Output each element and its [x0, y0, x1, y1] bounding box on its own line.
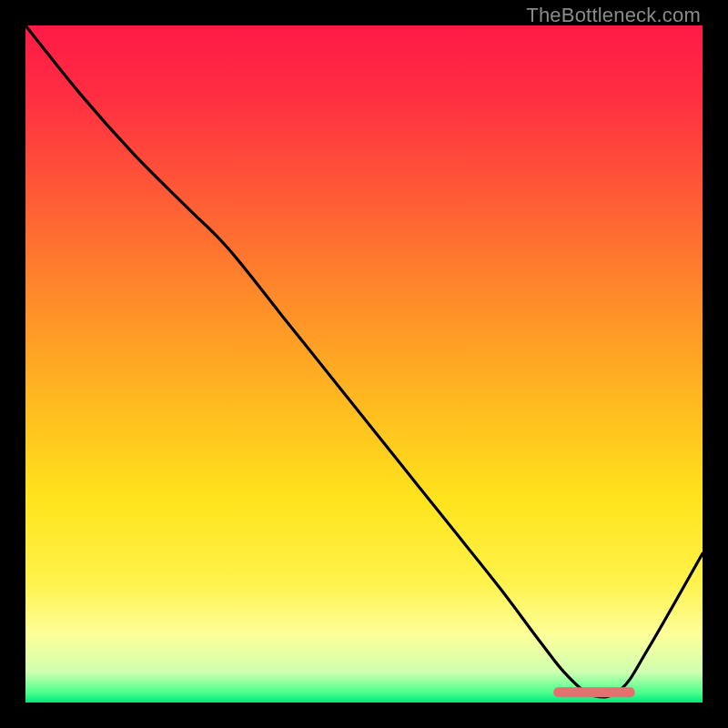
optimal-range-marker — [553, 687, 634, 697]
chart-frame — [25, 25, 703, 703]
bottleneck-chart — [25, 25, 703, 703]
gradient-background — [25, 25, 703, 703]
watermark-text: TheBottleneck.com — [526, 4, 701, 27]
